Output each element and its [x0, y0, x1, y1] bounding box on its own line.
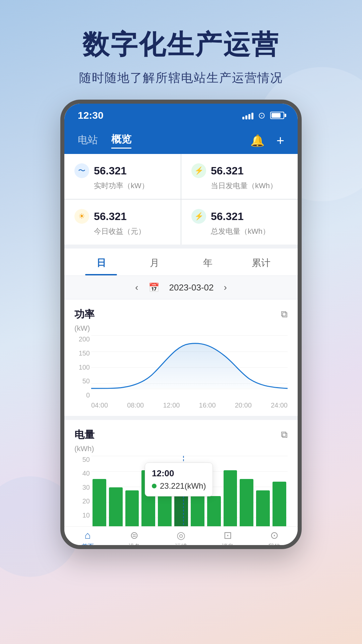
profile-label: 我的	[268, 542, 280, 549]
date-nav: ‹ 📅 2023-03-02 ›	[64, 276, 298, 299]
home-icon: ⌂	[85, 530, 91, 541]
date-display: 2023-03-02	[169, 282, 214, 293]
daily-energy-label: 当日发电量（kWh）	[211, 181, 288, 191]
energy-chart-title: 电量	[74, 428, 95, 442]
stat-card-total-energy: ⚡ 56.321 总发电量（kWh）	[181, 200, 298, 245]
realtime-power-label: 实时功率（kW）	[94, 181, 171, 191]
power-x-labels: 04:00 08:00 12:00 16:00 20:00 24:00	[91, 401, 288, 409]
status-bar: 12:30 ⊙	[64, 104, 298, 127]
prev-date-button[interactable]: ‹	[135, 282, 138, 293]
power-chart-section: 功率 ⧉ (kW) 200 150 100 50 0	[64, 300, 298, 416]
bar-item	[207, 496, 221, 527]
battery-icon	[270, 112, 284, 119]
stat-card-power: 〜 56.321 实时功率（kW）	[64, 154, 181, 199]
tooltip-dot	[152, 484, 157, 488]
total-energy-value: 56.321	[211, 210, 244, 223]
bottom-nav: ⌂ 首页 ⊜ 设备 ◎ 运维 ⊡ 消息 ⊙ 我的	[64, 526, 298, 549]
realtime-power-icon: 〜	[74, 163, 89, 178]
power-chart-title: 功率	[74, 308, 95, 321]
power-y-axis: 200 150 100 50 0	[74, 335, 90, 409]
profile-icon: ⊙	[270, 529, 279, 541]
period-tab-month[interactable]: 月	[128, 249, 181, 275]
power-chart-expand-icon[interactable]: ⧉	[281, 309, 288, 320]
total-energy-icon: ⚡	[191, 209, 206, 224]
status-icons: ⊙	[242, 110, 284, 121]
tooltip-value: 23.221(kWh)	[160, 481, 206, 491]
period-tabs: 日 月 年 累计	[64, 249, 298, 275]
daily-energy-icon: ⚡	[191, 163, 206, 178]
phone-mockup: 12:30 ⊙ 电站 概览 🔔 + 〜	[60, 100, 302, 549]
energy-chart-section: 电量 ⧉ (kWh) 50 40 30 20 10 0	[64, 420, 298, 526]
income-value: 56.321	[94, 210, 127, 223]
realtime-power-value: 56.321	[94, 165, 127, 177]
bar-item	[240, 479, 253, 527]
bottom-nav-maintenance[interactable]: ◎ 运维	[158, 529, 204, 549]
power-line-chart: 200 150 100 50 0	[91, 335, 288, 409]
nav-tab-station[interactable]: 电站	[78, 133, 98, 148]
main-content: 〜 56.321 实时功率（kW） ⚡ 56.321 当日发电量（kWh） ☀ …	[64, 154, 298, 526]
energy-y-axis: 50 40 30 20 10 0	[74, 456, 90, 526]
signal-icon	[242, 111, 253, 119]
maintenance-label: 运维	[175, 542, 187, 549]
bar-item	[224, 470, 237, 526]
income-label: 今日收益（元）	[94, 226, 171, 236]
bar-item	[273, 482, 286, 526]
bottom-nav-message[interactable]: ⊡ 消息	[204, 529, 251, 549]
power-svg-chart	[91, 335, 288, 399]
period-tab-day[interactable]: 日	[74, 249, 128, 275]
add-icon[interactable]: +	[277, 133, 284, 148]
bottom-nav-home[interactable]: ⌂ 首页	[64, 530, 111, 549]
bar-item	[109, 487, 123, 526]
nav-actions: 🔔 +	[250, 133, 284, 148]
energy-chart-unit: (kWh)	[74, 444, 288, 453]
energy-bar-chart: 50 40 30 20 10 0	[91, 456, 288, 526]
period-tab-cumulative[interactable]: 累计	[234, 249, 288, 275]
energy-tooltip: 12:00 23.221(kWh)	[145, 463, 213, 496]
bottom-nav-device[interactable]: ⊜ 设备	[111, 529, 158, 549]
stat-card-income: ☀ 56.321 今日收益（元）	[64, 200, 181, 245]
total-energy-label: 总发电量（kWh）	[211, 226, 288, 236]
period-tab-year[interactable]: 年	[181, 249, 234, 275]
bar-item	[93, 479, 106, 527]
power-chart-unit: (kW)	[74, 324, 288, 333]
maintenance-icon: ◎	[177, 529, 185, 541]
energy-chart-expand-icon[interactable]: ⧉	[281, 429, 288, 440]
stat-card-daily-energy: ⚡ 56.321 当日发电量（kWh）	[181, 154, 298, 199]
bottom-nav-profile[interactable]: ⊙ 我的	[251, 529, 298, 549]
stats-grid: 〜 56.321 实时功率（kW） ⚡ 56.321 当日发电量（kWh） ☀ …	[64, 154, 298, 245]
nav-tab-overview[interactable]: 概览	[111, 132, 131, 149]
calendar-icon: 📅	[148, 282, 159, 293]
main-title: 数字化生产运营	[20, 27, 342, 63]
daily-energy-value: 56.321	[211, 165, 244, 177]
nav-bar: 电站 概览 🔔 +	[64, 127, 298, 154]
bell-icon[interactable]: 🔔	[250, 134, 264, 147]
bar-item	[125, 490, 139, 527]
income-icon: ☀	[74, 209, 89, 224]
home-label: 首页	[82, 542, 94, 549]
wifi-icon: ⊙	[258, 110, 265, 121]
status-time: 12:30	[78, 110, 104, 121]
next-date-button[interactable]: ›	[224, 282, 227, 293]
bar-item	[191, 493, 204, 526]
device-label: 设备	[128, 542, 140, 549]
device-icon: ⊜	[130, 529, 138, 541]
message-icon: ⊡	[224, 529, 232, 541]
bar-item	[256, 490, 270, 527]
tooltip-time: 12:00	[152, 468, 206, 479]
message-label: 消息	[222, 542, 234, 549]
